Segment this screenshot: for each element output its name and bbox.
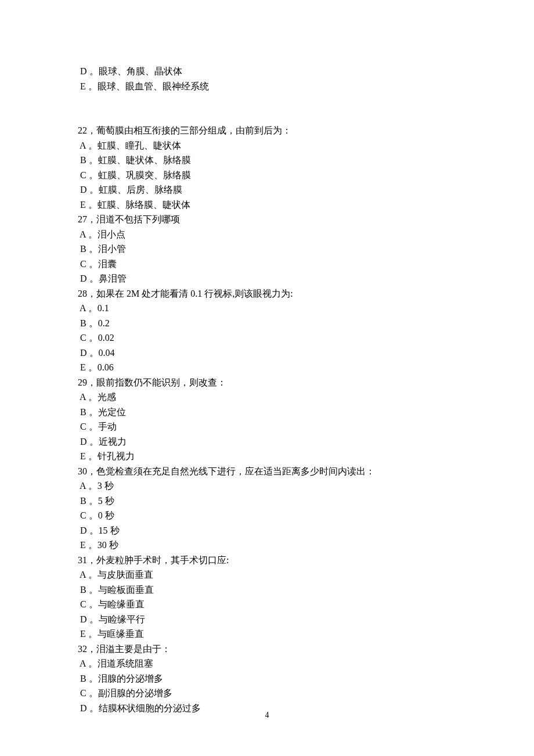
text-line: B 。虹膜、睫状体、脉络膜	[78, 153, 534, 168]
text-line: B 。5 秒	[78, 494, 534, 509]
text-line: C 。与睑缘垂直	[78, 597, 534, 612]
text-line	[78, 93, 534, 109]
text-line: A 。3 秒	[78, 478, 534, 494]
text-line: C 。泪囊	[78, 257, 534, 272]
text-line: D 。眼球、角膜、晶状体	[78, 64, 534, 79]
text-line: E 。0.06	[78, 360, 534, 375]
text-line: B 。泪小管	[78, 242, 534, 257]
text-line: E 。与眶缘垂直	[78, 627, 534, 642]
document-page: D 。眼球、角膜、晶状体 E 。眼球、眼血管、眼神经系统 22，葡萄膜由相互衔接…	[0, 0, 534, 756]
text-line: D 。15 秒	[78, 523, 534, 538]
text-line: E 。虹膜、脉络膜、睫状体	[78, 197, 534, 213]
text-line: A 。泪道系统阻塞	[78, 656, 534, 671]
text-line: A 。泪小点	[78, 227, 534, 242]
text-line: C 。副泪腺的分泌增多	[78, 686, 534, 701]
text-line: 30，色觉检查须在充足自然光线下进行，应在适当距离多少时间内读出：	[78, 464, 534, 479]
text-line: D 。虹膜、后房、脉络膜	[78, 182, 534, 197]
text-line: E 。眼球、眼血管、眼神经系统	[78, 79, 534, 94]
text-line: 22，葡萄膜由相互衔接的三部分组成，由前到后为：	[78, 123, 534, 138]
text-line: A 。虹膜、瞳孔、睫状体	[78, 138, 534, 153]
text-line: C 。0.02	[78, 330, 534, 345]
text-line: B 。光定位	[78, 405, 534, 420]
text-line: D 。与睑缘平行	[78, 612, 534, 627]
text-line: 29，眼前指数仍不能识别，则改查：	[78, 375, 534, 390]
text-line: A 。与皮肤面垂直	[78, 567, 534, 582]
text-line: 31，外麦粒肿手术时，其手术切口应:	[78, 553, 534, 568]
text-line: A 。光感	[78, 390, 534, 405]
text-line: E 。针孔视力	[78, 449, 534, 464]
text-line: E 。30 秒	[78, 538, 534, 553]
text-line: A 。0.1	[78, 301, 534, 316]
text-line: C 。0 秒	[78, 508, 534, 523]
page-content: D 。眼球、角膜、晶状体 E 。眼球、眼血管、眼神经系统 22，葡萄膜由相互衔接…	[78, 64, 534, 715]
text-line: C 。手动	[78, 419, 534, 434]
text-line: B 。与睑板面垂直	[78, 582, 534, 597]
text-line: 32，泪溢主要是由于：	[78, 642, 534, 657]
text-line: D 。近视力	[78, 434, 534, 449]
text-line: 27，泪道不包括下列哪项	[78, 212, 534, 227]
text-line: 28，如果在 2M 处才能看清 0.1 行视标,则该眼视力为:	[78, 286, 534, 301]
page-number: 4	[0, 708, 534, 723]
text-line: B 。0.2	[78, 316, 534, 331]
text-line: C 。虹膜、巩膜突、脉络膜	[78, 168, 534, 183]
text-line	[78, 109, 534, 124]
text-line: B 。泪腺的分泌增多	[78, 671, 534, 686]
text-line: D 。0.04	[78, 345, 534, 361]
text-line: D 。鼻泪管	[78, 271, 534, 286]
